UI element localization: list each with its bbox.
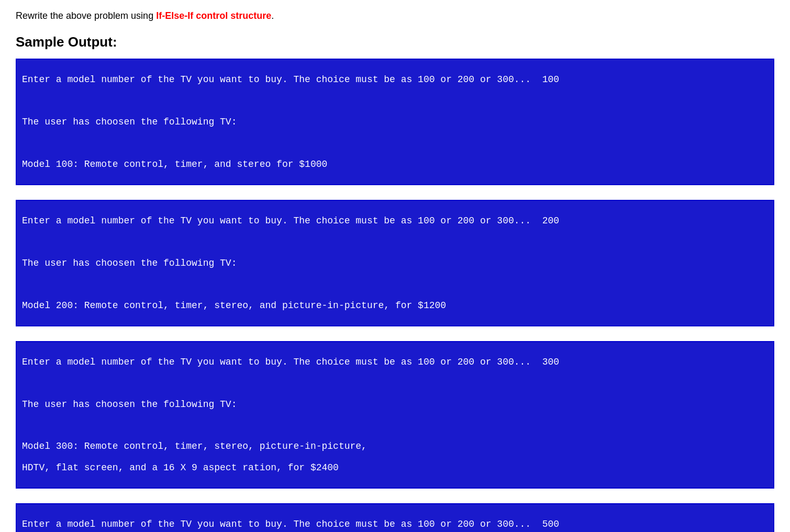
terminal-block-3: Enter a model number of the TV you want … [16,341,774,489]
terminal-line: Enter a model number of the TV you want … [22,352,768,372]
sample-output-heading: Sample Output: [16,34,774,50]
terminal-line: Model 200: Remote control, timer, stereo… [22,295,768,316]
terminal-line [22,274,768,295]
terminal-line: Model 100: Remote control, timer, and st… [22,154,768,175]
intro-text: Rewrite the above problem using If-Else-… [16,10,774,21]
terminal-line: Enter a model number of the TV you want … [22,69,768,90]
terminal-block-2: Enter a model number of the TV you want … [16,200,774,326]
terminal-line: Enter a model number of the TV you want … [22,210,768,231]
terminal-line [22,132,768,153]
intro-highlight: If-Else-If control structure [156,10,271,21]
terminal-blocks-container: Enter a model number of the TV you want … [16,59,774,532]
terminal-line [22,231,768,252]
intro-prefix: Rewrite the above problem using [16,10,156,21]
terminal-line [22,90,768,111]
terminal-line [22,415,768,436]
terminal-line: The user has choosen the following TV: [22,253,768,274]
intro-suffix: . [271,10,274,21]
terminal-line: Model 300: Remote control, timer, stereo… [22,436,768,457]
terminal-line: HDTV, flat screen, and a 16 X 9 aspect r… [22,457,768,478]
terminal-line: Enter a model number of the TV you want … [22,514,768,532]
terminal-line: The user has choosen the following TV: [22,111,768,132]
terminal-line [22,372,768,393]
terminal-block-4: Enter a model number of the TV you want … [16,503,774,532]
terminal-line: The user has choosen the following TV: [22,394,768,415]
terminal-block-1: Enter a model number of the TV you want … [16,59,774,185]
